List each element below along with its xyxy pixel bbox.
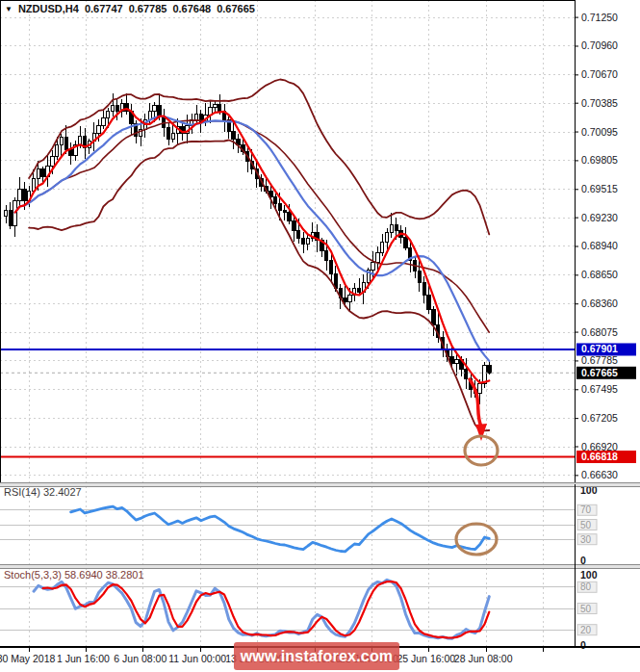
price-tick-label: 0.68650 bbox=[581, 269, 618, 280]
candle-body bbox=[381, 243, 384, 252]
candle-body bbox=[37, 169, 39, 179]
down-arrow-head[interactable] bbox=[475, 424, 487, 441]
price-tick-label: 0.67495 bbox=[581, 383, 618, 395]
scale-label: 0 bbox=[580, 639, 586, 651]
level-label: 50 bbox=[580, 604, 592, 614]
candle-body bbox=[488, 366, 491, 374]
time-tick-label: 1 Jun 16:00 bbox=[57, 653, 110, 664]
candle-body bbox=[153, 106, 156, 112]
candle-body bbox=[288, 213, 291, 220]
stoch-indicator-label: Stoch(5,3,3) 58.6940 38.2801 bbox=[4, 569, 144, 581]
price-badge-label: 0.66818 bbox=[581, 451, 618, 462]
price-tick-label: 0.66630 bbox=[581, 469, 618, 480]
price-tick-label: 0.67785 bbox=[581, 354, 618, 366]
level-label: 20 bbox=[580, 625, 592, 635]
stoch-panel: 1008050200 bbox=[0, 569, 598, 651]
candle-body bbox=[55, 145, 58, 156]
annotation-layer[interactable] bbox=[456, 379, 498, 555]
candle-body bbox=[278, 204, 281, 211]
candle-body bbox=[194, 114, 197, 119]
ohlc-high: 0.67785 bbox=[129, 3, 167, 14]
candle-body bbox=[395, 224, 397, 230]
candle-body bbox=[483, 366, 486, 384]
candle-body bbox=[418, 271, 421, 282]
candle-body bbox=[41, 169, 44, 177]
candles-layer bbox=[4, 93, 491, 403]
candle-body bbox=[293, 220, 295, 230]
price-tick-label: 0.70095 bbox=[581, 126, 618, 138]
price-tick-label: 0.70385 bbox=[581, 97, 618, 109]
bollinger-middle-line bbox=[29, 120, 489, 332]
candle-body bbox=[344, 298, 346, 302]
candle-body bbox=[357, 288, 360, 292]
candle-body bbox=[325, 250, 328, 260]
candle-body bbox=[115, 106, 118, 112]
candle-body bbox=[64, 138, 67, 149]
candle-body bbox=[348, 295, 351, 301]
candle-body bbox=[464, 370, 467, 379]
price-badge-label: 0.67665 bbox=[581, 367, 618, 378]
chart-header: ▼ NZDUSD,H4 0.67747 0.67785 0.67648 0.67… bbox=[5, 3, 255, 14]
level-label: 70 bbox=[580, 504, 592, 515]
candle-body bbox=[297, 231, 300, 239]
time-tick-label: 28 Jun 08:00 bbox=[454, 653, 513, 664]
candle-body bbox=[18, 189, 21, 200]
price-axis: 0.712500.709600.706700.703850.700950.698… bbox=[575, 12, 636, 481]
scale-label: 100 bbox=[580, 569, 598, 581]
panel-frames bbox=[0, 1, 640, 648]
price-tick-label: 0.70960 bbox=[581, 39, 618, 51]
symbol-dropdown-icon[interactable]: ▼ bbox=[5, 5, 13, 13]
candle-body bbox=[455, 359, 458, 363]
candle-body bbox=[107, 112, 110, 117]
price-tick-label: 0.67205 bbox=[581, 412, 618, 424]
candle-body bbox=[329, 260, 332, 273]
main-panel-border bbox=[1, 1, 576, 484]
level-label: 30 bbox=[580, 534, 592, 545]
candle-body bbox=[371, 262, 374, 270]
time-tick-label: 30 May 2018 bbox=[0, 653, 56, 664]
price-tick-label: 0.68940 bbox=[581, 240, 618, 251]
price-tick-label: 0.71250 bbox=[581, 12, 618, 23]
candle-body bbox=[171, 134, 174, 140]
candle-body bbox=[306, 239, 309, 245]
candle-body bbox=[422, 282, 425, 295]
ohlc-close: 0.67665 bbox=[217, 3, 255, 14]
bollinger-lower-line bbox=[29, 141, 489, 431]
price-tick-label: 0.68360 bbox=[581, 297, 618, 309]
candle-body bbox=[9, 211, 12, 225]
trading-chart-window: ▼ NZDUSD,H4 0.67747 0.67785 0.67648 0.67… bbox=[0, 0, 640, 672]
rsi-indicator-label: RSI(14) 32.4027 bbox=[4, 486, 82, 498]
bollinger-upper-line bbox=[29, 80, 489, 235]
time-tick-label: 6 Jun 08:00 bbox=[114, 653, 166, 664]
candle-body bbox=[218, 105, 220, 112]
candle-body bbox=[111, 106, 114, 112]
rsi-line bbox=[71, 506, 490, 552]
candle-body bbox=[301, 239, 304, 245]
candle-body bbox=[214, 105, 217, 108]
candle-body bbox=[102, 117, 105, 125]
candle-body bbox=[385, 233, 388, 243]
candle-body bbox=[404, 238, 407, 247]
candle-body bbox=[51, 156, 54, 166]
ohlc-low: 0.67648 bbox=[172, 3, 211, 14]
candle-body bbox=[60, 138, 63, 145]
candle-body bbox=[166, 127, 169, 139]
level-label: 50 bbox=[580, 520, 592, 530]
candle-body bbox=[376, 252, 379, 262]
instaforex-watermark: www.instaforex.com bbox=[234, 642, 399, 670]
scale-label: 0 bbox=[580, 555, 586, 566]
price-tick-label: 0.68075 bbox=[581, 326, 618, 338]
level-label: 80 bbox=[580, 582, 592, 592]
candle-body bbox=[450, 356, 453, 363]
price-tick-label: 0.69805 bbox=[581, 154, 618, 166]
time-tick-label: 11 Jun 00:00 bbox=[168, 653, 226, 664]
price-tick-label: 0.70670 bbox=[581, 68, 618, 80]
ohlc-open: 0.67747 bbox=[85, 3, 123, 14]
price-badge-label: 0.67901 bbox=[581, 343, 618, 354]
symbol-label: NZDUSD,H4 bbox=[18, 3, 79, 14]
candle-body bbox=[432, 310, 435, 324]
candle-body bbox=[427, 295, 430, 309]
candle-body bbox=[23, 189, 26, 200]
candle-body bbox=[97, 125, 100, 133]
candle-body bbox=[4, 211, 7, 216]
